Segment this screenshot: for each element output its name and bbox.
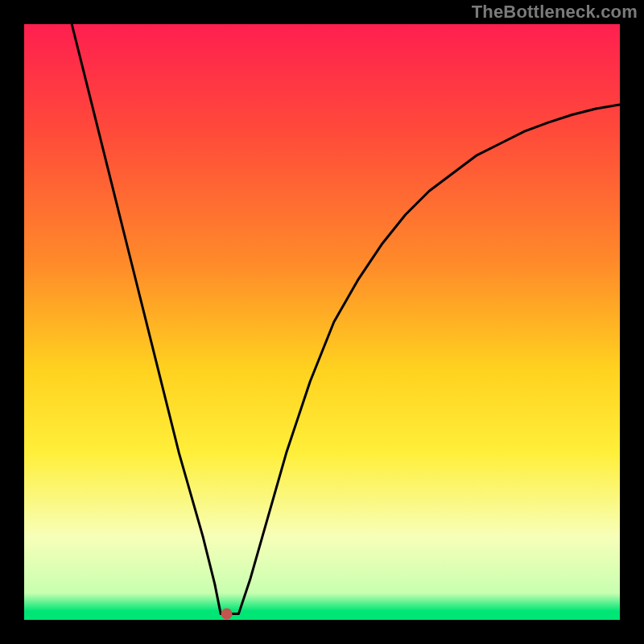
watermark-text: TheBottleneck.com (472, 2, 638, 23)
plot-background (24, 24, 620, 620)
chart-stage: TheBottleneck.com (0, 0, 644, 644)
bottleneck-chart (0, 0, 644, 644)
optimal-marker (221, 609, 233, 620)
